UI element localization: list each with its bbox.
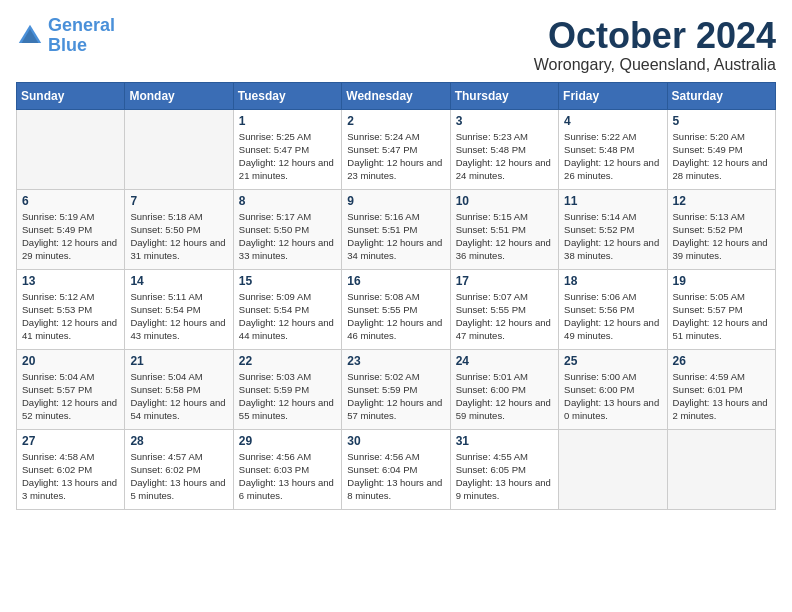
- day-detail: Sunrise: 5:05 AMSunset: 5:57 PMDaylight:…: [673, 291, 768, 342]
- day-detail: Sunrise: 5:18 AMSunset: 5:50 PMDaylight:…: [130, 211, 225, 262]
- day-detail: Sunrise: 5:13 AMSunset: 5:52 PMDaylight:…: [673, 211, 768, 262]
- day-number: 30: [347, 434, 444, 448]
- calendar-cell: 3 Sunrise: 5:23 AMSunset: 5:48 PMDayligh…: [450, 109, 558, 189]
- day-header-monday: Monday: [125, 82, 233, 109]
- calendar-cell: 30 Sunrise: 4:56 AMSunset: 6:04 PMDaylig…: [342, 429, 450, 509]
- day-number: 21: [130, 354, 227, 368]
- day-detail: Sunrise: 5:15 AMSunset: 5:51 PMDaylight:…: [456, 211, 551, 262]
- day-detail: Sunrise: 5:09 AMSunset: 5:54 PMDaylight:…: [239, 291, 334, 342]
- day-detail: Sunrise: 4:57 AMSunset: 6:02 PMDaylight:…: [130, 451, 225, 502]
- day-detail: Sunrise: 5:11 AMSunset: 5:54 PMDaylight:…: [130, 291, 225, 342]
- location-subtitle: Worongary, Queensland, Australia: [534, 56, 776, 74]
- calendar-cell: 2 Sunrise: 5:24 AMSunset: 5:47 PMDayligh…: [342, 109, 450, 189]
- calendar-cell: 7 Sunrise: 5:18 AMSunset: 5:50 PMDayligh…: [125, 189, 233, 269]
- calendar-cell: 20 Sunrise: 5:04 AMSunset: 5:57 PMDaylig…: [17, 349, 125, 429]
- day-detail: Sunrise: 5:04 AMSunset: 5:57 PMDaylight:…: [22, 371, 117, 422]
- day-header-wednesday: Wednesday: [342, 82, 450, 109]
- day-detail: Sunrise: 5:02 AMSunset: 5:59 PMDaylight:…: [347, 371, 442, 422]
- day-detail: Sunrise: 5:24 AMSunset: 5:47 PMDaylight:…: [347, 131, 442, 182]
- logo-line1: General: [48, 15, 115, 35]
- day-number: 10: [456, 194, 553, 208]
- week-row-2: 6 Sunrise: 5:19 AMSunset: 5:49 PMDayligh…: [17, 189, 776, 269]
- week-row-5: 27 Sunrise: 4:58 AMSunset: 6:02 PMDaylig…: [17, 429, 776, 509]
- calendar-cell: 11 Sunrise: 5:14 AMSunset: 5:52 PMDaylig…: [559, 189, 667, 269]
- calendar-cell: 16 Sunrise: 5:08 AMSunset: 5:55 PMDaylig…: [342, 269, 450, 349]
- calendar-table: SundayMondayTuesdayWednesdayThursdayFrid…: [16, 82, 776, 510]
- day-detail: Sunrise: 5:12 AMSunset: 5:53 PMDaylight:…: [22, 291, 117, 342]
- day-header-saturday: Saturday: [667, 82, 775, 109]
- day-number: 19: [673, 274, 770, 288]
- day-header-row: SundayMondayTuesdayWednesdayThursdayFrid…: [17, 82, 776, 109]
- day-number: 5: [673, 114, 770, 128]
- day-number: 20: [22, 354, 119, 368]
- day-number: 4: [564, 114, 661, 128]
- logo-icon: [16, 22, 44, 50]
- day-detail: Sunrise: 5:20 AMSunset: 5:49 PMDaylight:…: [673, 131, 768, 182]
- day-number: 31: [456, 434, 553, 448]
- day-detail: Sunrise: 5:22 AMSunset: 5:48 PMDaylight:…: [564, 131, 659, 182]
- day-number: 28: [130, 434, 227, 448]
- calendar-cell: [559, 429, 667, 509]
- logo: General Blue: [16, 16, 115, 56]
- day-number: 14: [130, 274, 227, 288]
- calendar-cell: 22 Sunrise: 5:03 AMSunset: 5:59 PMDaylig…: [233, 349, 341, 429]
- calendar-cell: 1 Sunrise: 5:25 AMSunset: 5:47 PMDayligh…: [233, 109, 341, 189]
- calendar-cell: 24 Sunrise: 5:01 AMSunset: 6:00 PMDaylig…: [450, 349, 558, 429]
- day-detail: Sunrise: 4:58 AMSunset: 6:02 PMDaylight:…: [22, 451, 117, 502]
- day-header-thursday: Thursday: [450, 82, 558, 109]
- day-detail: Sunrise: 5:08 AMSunset: 5:55 PMDaylight:…: [347, 291, 442, 342]
- calendar-cell: 19 Sunrise: 5:05 AMSunset: 5:57 PMDaylig…: [667, 269, 775, 349]
- day-number: 15: [239, 274, 336, 288]
- calendar-cell: 14 Sunrise: 5:11 AMSunset: 5:54 PMDaylig…: [125, 269, 233, 349]
- calendar-cell: 29 Sunrise: 4:56 AMSunset: 6:03 PMDaylig…: [233, 429, 341, 509]
- day-detail: Sunrise: 5:14 AMSunset: 5:52 PMDaylight:…: [564, 211, 659, 262]
- day-number: 12: [673, 194, 770, 208]
- calendar-cell: 21 Sunrise: 5:04 AMSunset: 5:58 PMDaylig…: [125, 349, 233, 429]
- day-number: 29: [239, 434, 336, 448]
- day-number: 1: [239, 114, 336, 128]
- day-number: 24: [456, 354, 553, 368]
- calendar-cell: 9 Sunrise: 5:16 AMSunset: 5:51 PMDayligh…: [342, 189, 450, 269]
- day-detail: Sunrise: 5:00 AMSunset: 6:00 PMDaylight:…: [564, 371, 659, 422]
- calendar-cell: 17 Sunrise: 5:07 AMSunset: 5:55 PMDaylig…: [450, 269, 558, 349]
- day-header-sunday: Sunday: [17, 82, 125, 109]
- day-number: 17: [456, 274, 553, 288]
- day-detail: Sunrise: 4:55 AMSunset: 6:05 PMDaylight:…: [456, 451, 551, 502]
- calendar-cell: 4 Sunrise: 5:22 AMSunset: 5:48 PMDayligh…: [559, 109, 667, 189]
- day-detail: Sunrise: 4:56 AMSunset: 6:03 PMDaylight:…: [239, 451, 334, 502]
- logo-line2: Blue: [48, 35, 87, 55]
- day-number: 25: [564, 354, 661, 368]
- logo-text: General Blue: [48, 16, 115, 56]
- calendar-cell: 5 Sunrise: 5:20 AMSunset: 5:49 PMDayligh…: [667, 109, 775, 189]
- day-detail: Sunrise: 5:01 AMSunset: 6:00 PMDaylight:…: [456, 371, 551, 422]
- day-number: 16: [347, 274, 444, 288]
- day-number: 8: [239, 194, 336, 208]
- day-number: 23: [347, 354, 444, 368]
- day-header-friday: Friday: [559, 82, 667, 109]
- day-number: 18: [564, 274, 661, 288]
- week-row-3: 13 Sunrise: 5:12 AMSunset: 5:53 PMDaylig…: [17, 269, 776, 349]
- day-number: 9: [347, 194, 444, 208]
- title-block: October 2024 Worongary, Queensland, Aust…: [534, 16, 776, 74]
- day-number: 27: [22, 434, 119, 448]
- calendar-cell: 28 Sunrise: 4:57 AMSunset: 6:02 PMDaylig…: [125, 429, 233, 509]
- calendar-cell: [17, 109, 125, 189]
- day-detail: Sunrise: 5:03 AMSunset: 5:59 PMDaylight:…: [239, 371, 334, 422]
- calendar-cell: 15 Sunrise: 5:09 AMSunset: 5:54 PMDaylig…: [233, 269, 341, 349]
- day-number: 22: [239, 354, 336, 368]
- day-detail: Sunrise: 5:19 AMSunset: 5:49 PMDaylight:…: [22, 211, 117, 262]
- calendar-cell: 23 Sunrise: 5:02 AMSunset: 5:59 PMDaylig…: [342, 349, 450, 429]
- week-row-4: 20 Sunrise: 5:04 AMSunset: 5:57 PMDaylig…: [17, 349, 776, 429]
- calendar-cell: 26 Sunrise: 4:59 AMSunset: 6:01 PMDaylig…: [667, 349, 775, 429]
- day-number: 6: [22, 194, 119, 208]
- calendar-cell: [125, 109, 233, 189]
- day-detail: Sunrise: 5:06 AMSunset: 5:56 PMDaylight:…: [564, 291, 659, 342]
- day-number: 13: [22, 274, 119, 288]
- day-detail: Sunrise: 4:56 AMSunset: 6:04 PMDaylight:…: [347, 451, 442, 502]
- day-detail: Sunrise: 5:16 AMSunset: 5:51 PMDaylight:…: [347, 211, 442, 262]
- day-detail: Sunrise: 5:17 AMSunset: 5:50 PMDaylight:…: [239, 211, 334, 262]
- day-detail: Sunrise: 5:23 AMSunset: 5:48 PMDaylight:…: [456, 131, 551, 182]
- day-detail: Sunrise: 5:07 AMSunset: 5:55 PMDaylight:…: [456, 291, 551, 342]
- calendar-cell: 8 Sunrise: 5:17 AMSunset: 5:50 PMDayligh…: [233, 189, 341, 269]
- day-number: 26: [673, 354, 770, 368]
